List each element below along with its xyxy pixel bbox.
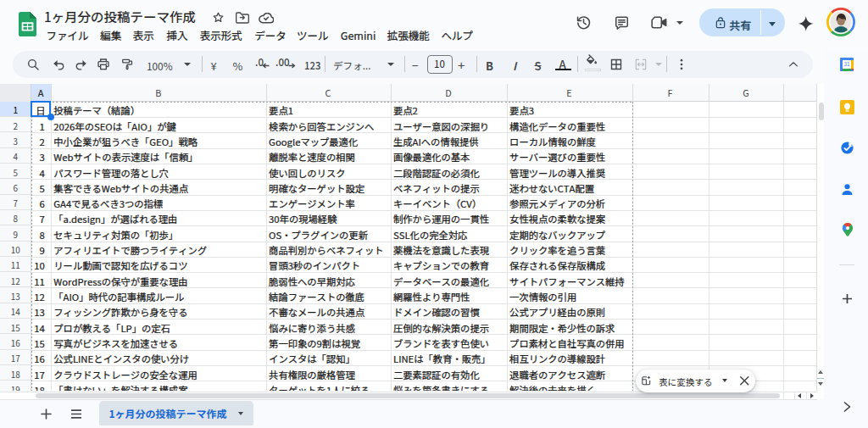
- svg-text:31: 31: [843, 59, 850, 68]
